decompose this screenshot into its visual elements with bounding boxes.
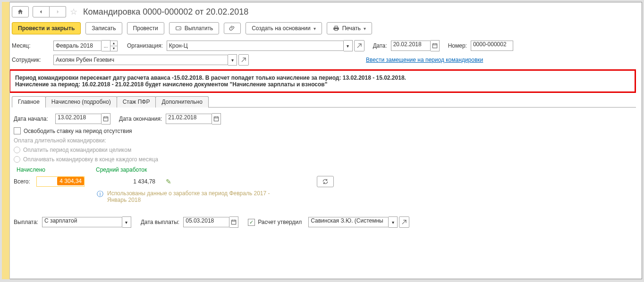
month-ellipsis-button[interactable]: ... — [102, 40, 110, 51]
svg-rect-2 — [432, 44, 437, 48]
post-button[interactable]: Провести — [127, 22, 164, 34]
tab-body-main: Дата начала: 13.02.2018 Дата окончания: … — [12, 108, 636, 236]
refresh-icon — [322, 178, 329, 185]
calendar-icon — [102, 116, 109, 122]
total-field[interactable]: 4 304,34 — [36, 176, 85, 187]
calendar-icon — [230, 219, 237, 225]
printer-icon — [333, 25, 339, 32]
end-date-calendar-button[interactable] — [212, 113, 221, 124]
radio-pay-full: Оплатить период командировки целиком — [14, 147, 131, 153]
org-label: Организация: — [127, 42, 163, 49]
page-title: Командировка 0000-000002 от 20.02.2018 — [83, 7, 248, 17]
warning-line2: Начисление за период: 16.02.2018 - 21.02… — [15, 81, 630, 88]
org-dropdown-button[interactable]: ▾ — [344, 40, 353, 51]
employee-label: Сотрудник: — [12, 57, 50, 63]
radio-icon — [14, 147, 20, 153]
home-button[interactable] — [12, 6, 29, 17]
number-label: Номер: — [448, 42, 467, 49]
edit-avg-button[interactable]: ✎ — [166, 178, 171, 185]
titlebar: ☆ Командировка 0000-000002 от 20.02.2018 — [12, 6, 636, 17]
start-date-field[interactable]: 13.02.2018 — [55, 114, 102, 124]
payout-field[interactable]: С зарплатой — [42, 217, 122, 227]
date-label: Дата: — [373, 42, 387, 49]
approved-open-button[interactable] — [399, 216, 409, 228]
open-icon — [356, 42, 363, 49]
total-label: Всего: — [14, 178, 33, 185]
tab-main[interactable]: Главное — [12, 96, 46, 108]
post-and-close-button[interactable]: Провести и закрыть — [12, 22, 81, 34]
forward-button[interactable] — [50, 6, 66, 17]
payout-date-field[interactable]: 05.03.2018 — [183, 217, 229, 227]
back-button[interactable] — [33, 6, 50, 17]
avg-value: 1 434,78 — [99, 178, 155, 185]
arrow-left-icon — [38, 8, 44, 15]
date-calendar-button[interactable] — [431, 40, 440, 51]
svg-rect-5 — [232, 220, 236, 224]
payout-date-calendar-button[interactable] — [229, 216, 238, 228]
pay-button[interactable]: Выплатить — [169, 22, 220, 34]
open-icon — [401, 219, 407, 225]
end-date-field[interactable]: 21.02.2018 — [166, 114, 212, 124]
employee-row: Сотрудник: Акопян Рубен Гезевич ▾ Ввести… — [12, 54, 636, 66]
tab-accrued-detail[interactable]: Начислено (подробно) — [45, 96, 117, 108]
home-icon — [17, 8, 24, 15]
header-fields-row: Месяц: Февраль 2018 ... ▲▼ Организация: … — [12, 40, 636, 51]
approved-by-field[interactable]: Савинская З.Ю. (Системны — [308, 217, 389, 227]
start-date-calendar-button[interactable] — [102, 113, 110, 124]
payout-dropdown-button[interactable]: ▾ — [122, 216, 131, 228]
svg-point-1 — [179, 28, 180, 29]
long-trip-label: Оплата длительной командировки: — [14, 137, 634, 144]
approved-checkbox[interactable]: ✓ Расчет утвердил — [248, 219, 302, 226]
accrued-head: Начислено — [17, 166, 87, 173]
org-open-button[interactable] — [354, 40, 364, 51]
warning-line1: Период командировки пересекает дату расч… — [15, 75, 630, 81]
end-date-label: Дата окончания: — [119, 116, 162, 122]
toolbar: Провести и закрыть Записать Провести Вып… — [12, 22, 636, 34]
checkbox-box-checked: ✓ — [248, 219, 255, 226]
payout-date-label: Дата выплаты: — [141, 219, 179, 225]
avg-head: Средний заработок — [96, 166, 190, 173]
refresh-button[interactable] — [317, 176, 334, 187]
warning-box: Период командировки пересекает дату расч… — [9, 69, 636, 93]
month-field[interactable]: Февраль 2018 — [53, 41, 102, 51]
month-spinner[interactable]: ▲▼ — [110, 41, 118, 51]
svg-rect-0 — [176, 27, 181, 30]
tabs: Главное Начислено (подробно) Стаж ПФР До… — [12, 96, 636, 108]
print-button[interactable]: Печать ▾ — [327, 22, 372, 34]
number-field[interactable]: 0000-000002 — [471, 41, 513, 51]
free-rate-checkbox[interactable]: Освободить ставку на период отсутствия — [14, 127, 132, 134]
svg-rect-4 — [214, 117, 219, 121]
calendar-icon — [432, 42, 438, 49]
substitution-link[interactable]: Ввести замещение на период командировки — [366, 57, 483, 63]
employee-open-button[interactable] — [238, 54, 249, 66]
svg-rect-3 — [103, 117, 108, 121]
chevron-down-icon: ▾ — [364, 26, 366, 31]
chevron-down-icon: ▾ — [314, 26, 316, 31]
open-icon — [240, 57, 247, 63]
info-icon: ⓘ — [97, 190, 103, 199]
attach-button[interactable] — [224, 23, 241, 34]
employee-dropdown-button[interactable]: ▾ — [228, 54, 237, 66]
date-field[interactable]: 20.02.2018 — [391, 41, 431, 51]
favorite-icon[interactable]: ☆ — [70, 7, 77, 17]
employee-field[interactable]: Акопян Рубен Гезевич — [53, 55, 228, 65]
approved-dropdown-button[interactable]: ▾ — [389, 216, 398, 228]
org-field[interactable]: Крон-Ц — [167, 41, 344, 51]
checkbox-box — [14, 127, 21, 134]
payout-label: Выплата: — [14, 219, 38, 225]
save-button[interactable]: Записать — [85, 22, 122, 34]
info-text: Использованы данные о заработке за перио… — [107, 190, 287, 203]
start-date-label: Дата начала: — [14, 116, 51, 122]
calendar-icon — [213, 116, 220, 122]
tab-pfr[interactable]: Стаж ПФР — [117, 96, 156, 108]
month-label: Месяц: — [12, 42, 50, 49]
paperclip-icon — [229, 25, 236, 32]
tab-additional[interactable]: Дополнительно — [155, 96, 208, 108]
wallet-icon — [175, 25, 182, 32]
create-based-on-button[interactable]: Создать на основании ▾ — [246, 22, 322, 34]
arrow-right-icon — [54, 8, 61, 15]
radio-pay-monthly: Оплачивать командировку в конце каждого … — [14, 156, 158, 163]
radio-icon — [14, 156, 20, 163]
